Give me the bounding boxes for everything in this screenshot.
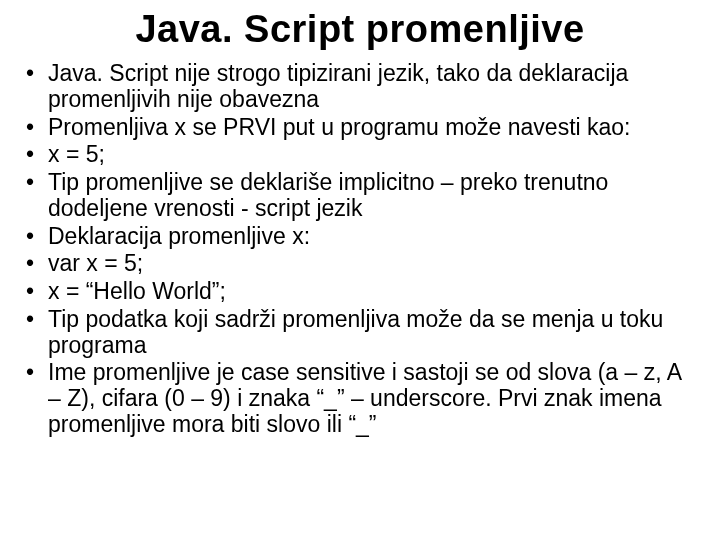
list-item: Deklaracija promenljive x: [26,224,694,250]
list-item: x = “Hello World”; [26,279,694,305]
slide: Java. Script promenljive Java. Script ni… [0,0,720,540]
bullet-list: Java. Script nije strogo tipizirani jezi… [26,61,694,438]
list-item: Promenljiva x se PRVI put u programu mož… [26,115,694,141]
list-item: Tip podatka koji sadrži promenljiva može… [26,307,694,359]
list-item: x = 5; [26,142,694,168]
list-item: var x = 5; [26,251,694,277]
slide-title: Java. Script promenljive [26,8,694,51]
list-item: Java. Script nije strogo tipizirani jezi… [26,61,694,113]
list-item: Tip promenljive se deklariše implicitno … [26,170,694,222]
list-item: Ime promenljive je case sensitive i sast… [26,360,694,437]
